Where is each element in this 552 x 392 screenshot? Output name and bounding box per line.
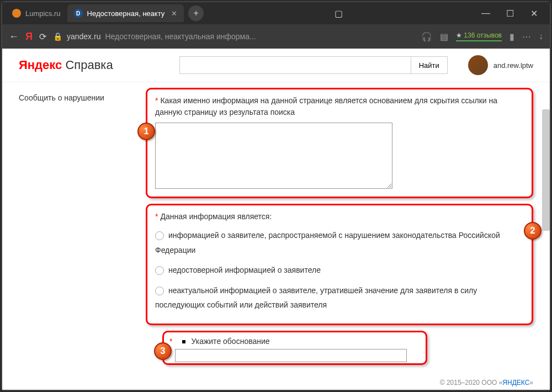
sidebar: Сообщить о нарушении xyxy=(2,82,140,390)
annotation-badge-3: 3 xyxy=(154,342,172,360)
headphones-icon[interactable]: 🎧 xyxy=(421,31,432,42)
justification-input[interactable] xyxy=(175,349,407,362)
form-section-type: 2 *Данная информация является: информаци… xyxy=(146,204,533,325)
page-header: Яндекс Справка Найти and.rew.lptw xyxy=(2,49,550,82)
annotation-badge-2: 2 xyxy=(524,222,542,240)
url-box[interactable]: 🔒 yandex.ru Недостоверная, неактуальная … xyxy=(53,32,256,41)
favicon-orange-icon xyxy=(12,9,21,18)
lock-icon: 🔒 xyxy=(53,32,62,41)
reviews-badge[interactable]: ★ 136 отзывов xyxy=(456,31,502,41)
reload-button[interactable]: ⟳ xyxy=(39,31,46,42)
bullet-icon xyxy=(182,340,185,343)
radio-icon xyxy=(155,231,164,240)
tab-title: Недостоверная, неакту xyxy=(87,9,165,18)
radio-icon xyxy=(155,287,164,295)
tab-title: Lumpics.ru xyxy=(25,9,61,18)
yandex-help-logo[interactable]: Яндекс Справка xyxy=(19,58,113,72)
form-section-justification: 3 *Укажите обоснование xyxy=(162,331,427,365)
radio-option-irrelevant[interactable]: неактуальной информацией о заявителе, ут… xyxy=(155,283,524,312)
url-title: Недостоверная, неактуальная информа... xyxy=(105,32,256,41)
maximize-button[interactable]: ☐ xyxy=(498,4,522,22)
scrollbar[interactable] xyxy=(542,109,550,231)
url-domain: yandex.ru xyxy=(67,32,100,41)
annotation-badge-1: 1 xyxy=(137,123,155,140)
footer: © 2015–2020 ООО «ЯНДЕКС» xyxy=(440,379,533,386)
back-button[interactable]: ← xyxy=(9,31,19,43)
search-input[interactable] xyxy=(179,56,411,74)
tab-lumpics[interactable]: Lumpics.ru xyxy=(6,4,67,22)
yandex-footer-link[interactable]: ЯНДЕКС xyxy=(502,379,529,386)
radio-option-inaccurate[interactable]: недостоверной информацией о заявителе xyxy=(155,263,524,278)
reason-textarea[interactable] xyxy=(155,123,392,189)
close-tab-icon[interactable]: ✕ xyxy=(171,9,177,18)
radio-icon xyxy=(155,266,164,275)
tab-yandex[interactable]: D Недостоверная, неакту ✕ xyxy=(67,4,184,22)
menu-dots-icon[interactable]: ⋯ xyxy=(522,31,531,42)
yandex-home-icon[interactable]: Я xyxy=(25,31,33,43)
search-button[interactable]: Найти xyxy=(411,56,448,74)
page-content: Яндекс Справка Найти and.rew.lptw Сообщи… xyxy=(2,49,550,390)
favicon-yandex-icon: D xyxy=(74,9,83,18)
username: and.rew.lptw xyxy=(493,61,533,70)
bookmark-icon[interactable]: ▮ xyxy=(509,31,514,42)
minimize-button[interactable]: — xyxy=(474,4,498,22)
tablet-mode-icon[interactable]: ▢ xyxy=(327,4,351,22)
new-tab-button[interactable]: + xyxy=(188,6,204,21)
form-area: 1 *Какая именно информация на данной стр… xyxy=(140,82,550,390)
field-label-justification: Укажите обоснование xyxy=(191,337,269,346)
download-icon[interactable]: ↓ xyxy=(539,31,543,41)
shield-icon[interactable]: ▤ xyxy=(440,31,448,42)
sidebar-link-report[interactable]: Сообщить о нарушении xyxy=(19,93,124,102)
form-section-reason: 1 *Какая именно информация на данной стр… xyxy=(146,88,533,198)
radio-option-violation[interactable]: информацией о заявителе, распространяемо… xyxy=(155,228,524,257)
field-label-type: Данная информация является: xyxy=(160,212,272,221)
tab-bar: Lumpics.ru D Недостоверная, неакту ✕ + ▢… xyxy=(2,2,550,24)
avatar[interactable] xyxy=(468,55,488,75)
field-label-reason: Какая именно информация на данной страни… xyxy=(155,96,497,116)
close-window-button[interactable]: ✕ xyxy=(522,4,546,22)
address-bar: ← Я ⟳ 🔒 yandex.ru Недостоверная, неактуа… xyxy=(2,24,550,49)
